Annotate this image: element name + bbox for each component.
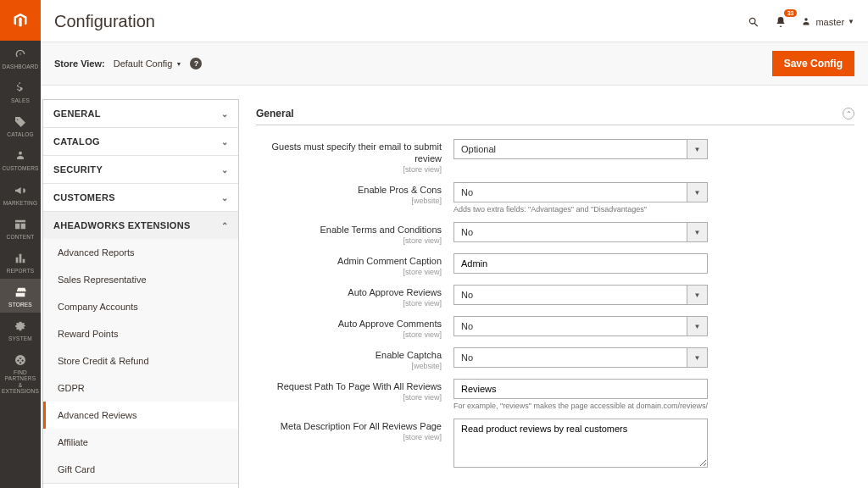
search-icon[interactable] (746, 14, 761, 30)
guests-email-select[interactable]: Optional▼ (453, 139, 708, 159)
logo[interactable] (0, 0, 41, 41)
nav-reports[interactable]: REPORTS (0, 245, 41, 279)
sub-store-credit[interactable]: Store Credit & Refund (43, 347, 238, 374)
sub-gdpr[interactable]: GDPR (43, 374, 238, 402)
field-label: Auto Approve Reviews (348, 287, 442, 297)
field-label: Auto Approve Comments (338, 319, 442, 329)
sub-affiliate[interactable]: Affiliate (43, 429, 238, 456)
nav-stores[interactable]: STORES (0, 279, 41, 313)
page-title: Configuration (54, 12, 155, 31)
person-icon (13, 148, 28, 164)
field-label: Enable Captcha (376, 350, 442, 360)
terms-select[interactable]: No▼ (453, 222, 708, 242)
magento-logo-icon (12, 12, 29, 29)
sub-advanced-reports[interactable]: Advanced Reports (43, 239, 238, 266)
field-label: Enable Pros & Cons (358, 185, 442, 195)
save-config-button[interactable]: Save Config (772, 51, 854, 76)
field-label: Admin Comment Caption (337, 256, 442, 266)
scope-label: Store View: (54, 58, 105, 69)
chevron-down-icon: ▼ (687, 347, 708, 368)
dollar-icon (13, 80, 28, 96)
field-label: Meta Description For All Reviews Page (281, 421, 442, 431)
section-general[interactable]: GENERAL⌄ (43, 100, 238, 127)
nav-catalog[interactable]: CATALOG (0, 108, 41, 142)
chevron-down-icon: ▼ (175, 61, 181, 67)
sub-gift-card[interactable]: Gift Card (43, 456, 238, 483)
nav-sales[interactable]: SALES (0, 75, 41, 108)
nav-dashboard[interactable]: DASHBOARD (0, 41, 41, 75)
section-catalog[interactable]: CATALOG⌄ (43, 128, 238, 155)
chevron-down-icon: ⌄ (221, 109, 228, 119)
auto-comments-select[interactable]: No▼ (453, 316, 708, 336)
nav-marketing[interactable]: MARKETING (0, 177, 41, 211)
chevron-down-icon: ⌄ (221, 165, 228, 175)
pros-cons-select[interactable]: No▼ (453, 182, 708, 202)
collapse-icon: ⌃ (843, 108, 854, 119)
config-nav: GENERAL⌄ CATALOG⌄ SECURITY⌄ CUSTOMERS⌄ A… (42, 99, 239, 488)
topbar: Configuration 33 master ▼ (41, 0, 868, 42)
chevron-down-icon: ▼ (687, 182, 708, 202)
gear-icon (13, 319, 28, 334)
puzzle-icon (13, 352, 28, 368)
gauge-icon (13, 47, 28, 62)
chevron-down-icon: ▼ (687, 316, 708, 336)
chevron-down-icon: ▼ (687, 139, 708, 159)
captcha-select[interactable]: No▼ (453, 347, 708, 368)
nav-partners[interactable]: FIND PARTNERS & EXTENSIONS (0, 347, 41, 399)
sub-company-accounts[interactable]: Company Accounts (43, 293, 238, 320)
request-path-input[interactable] (453, 379, 708, 399)
help-icon[interactable]: ? (190, 58, 202, 69)
field-note: Adds two extra fields: "Advantages" and … (453, 205, 708, 214)
nav-content[interactable]: CONTENT (0, 211, 41, 245)
field-note: For example, "reviews" makes the page ac… (453, 402, 708, 410)
store-icon (13, 285, 28, 300)
layout-icon (13, 217, 28, 232)
auto-reviews-select[interactable]: No▼ (453, 285, 708, 305)
admin-caption-input[interactable] (453, 253, 708, 274)
group-general-toggle[interactable]: General ⌃ (256, 103, 854, 125)
sub-sales-representative[interactable]: Sales Representative (43, 266, 238, 293)
meta-desc-textarea[interactable] (453, 419, 708, 468)
sub-reward-points[interactable]: Reward Points (43, 320, 238, 347)
chevron-down-icon: ▼ (687, 285, 708, 305)
tag-icon (13, 114, 28, 130)
scope-selector[interactable]: Default Config ▼ (114, 58, 182, 69)
field-label: Enable Terms and Conditions (320, 225, 442, 235)
field-label: Request Path To Page With All Reviews (277, 381, 442, 391)
section-security[interactable]: SECURITY⌄ (43, 156, 238, 183)
chevron-down-icon: ▼ (848, 18, 854, 25)
megaphone-icon (13, 183, 28, 198)
nav-customers[interactable]: CUSTOMERS (0, 142, 41, 176)
admin-sidebar: DASHBOARD SALES CATALOG CUSTOMERS MARKET… (0, 0, 41, 488)
chevron-up-icon: ⌃ (221, 221, 228, 230)
chevron-down-icon: ⌄ (221, 193, 228, 202)
user-menu[interactable]: master ▼ (800, 16, 854, 28)
chevron-down-icon: ⌄ (221, 137, 228, 147)
sub-advanced-reviews[interactable]: Advanced Reviews (43, 402, 238, 429)
config-body: General ⌃ Guests must specify their emai… (239, 99, 854, 488)
field-label: Guests must specify their email to submi… (271, 141, 442, 164)
section-customers[interactable]: CUSTOMERS⌄ (43, 184, 238, 211)
chevron-down-icon: ▼ (687, 222, 708, 242)
notifications[interactable]: 33 (773, 14, 788, 30)
nav-system[interactable]: SYSTEM (0, 313, 41, 347)
scope-bar: Store View: Default Config ▼ ? Save Conf… (41, 42, 868, 86)
notif-count: 33 (784, 9, 798, 17)
barchart-icon (13, 251, 28, 266)
section-aheadworks[interactable]: AHEADWORKS EXTENSIONS⌃ (43, 212, 238, 239)
user-icon (800, 16, 812, 28)
